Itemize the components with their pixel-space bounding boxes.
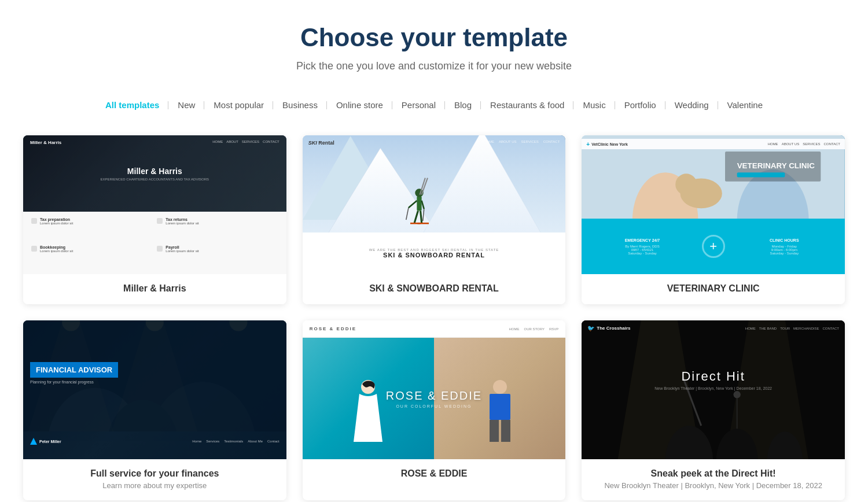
ski-info: SKI & SNOWBOARD RENTAL <box>303 274 566 304</box>
tab-all-templates[interactable]: All templates <box>96 95 168 115</box>
ski-nav: SKI Rental HOME ABOUT US SERVICES CONTAC… <box>303 140 566 146</box>
svg-rect-37 <box>490 420 499 442</box>
templates-grid: Miller & Harris HOME ABOUT SERVICES CONT… <box>23 135 845 500</box>
service-icon-1 <box>31 218 37 224</box>
template-card-direct-hit[interactable]: 🐦 The Crosshairs HOME THE BAND TOUR MERC… <box>582 320 845 500</box>
category-nav: All templates New Most popular Business … <box>23 95 845 115</box>
service-icon-4 <box>157 246 163 252</box>
template-card-rose-eddie[interactable]: ROSE & EDDIE HOME OUR STORY RSVP <box>303 320 566 500</box>
service-icon-3 <box>31 246 37 252</box>
page-title: Choose your template <box>23 23 845 52</box>
template-card-miller-harris[interactable]: Miller & Harris HOME ABOUT SERVICES CONT… <box>23 135 286 304</box>
direct-content: Direct Hit New Brooklyn Theater | Brookl… <box>595 369 832 390</box>
direct-subdesc: New Brooklyn Theater | Brooklyn, New Yor… <box>593 481 833 490</box>
header: Choose your template Pick the one you lo… <box>23 23 845 72</box>
tab-restaurants[interactable]: Restaurants & food <box>481 95 573 115</box>
financial-info: Full service for your finances Learn mor… <box>23 459 286 500</box>
ski-name: SKI & SNOWBOARD RENTAL <box>314 283 554 294</box>
miller-title: Miller & Harris <box>127 167 182 176</box>
template-card-vet-clinic[interactable]: + VetClinic New York HOME ABOUT US SERVI… <box>582 135 845 304</box>
direct-date: New Brooklyn Theater | Brooklyn, New Yor… <box>595 386 832 390</box>
financial-tagline: Planning for your financial progress <box>30 380 118 384</box>
direct-name: Sneak peek at the Direct Hit! <box>593 468 833 479</box>
rose-nav: ROSE & EDDIE HOME OUR STORY RSVP <box>303 320 566 338</box>
service-icon-2 <box>157 218 163 224</box>
tab-music[interactable]: Music <box>573 95 615 115</box>
svg-rect-24 <box>737 172 785 177</box>
page-subtitle: Pick the one you love and customize it f… <box>23 60 845 72</box>
page-wrapper: Choose your template Pick the one you lo… <box>0 0 868 502</box>
rose-title: ROSE & EDDIE OUR COLORFUL WEDDING <box>303 389 566 408</box>
tab-portfolio[interactable]: Portfolio <box>615 95 665 115</box>
tab-business[interactable]: Business <box>273 95 327 115</box>
direct-title: Direct Hit <box>595 369 832 384</box>
vet-name: VETERINARY CLINIC <box>593 283 833 294</box>
financial-desc: Learn more about my expertise <box>35 481 275 490</box>
financial-content: FINANCIAL ADVISOR Planning for your fina… <box>30 362 118 384</box>
rose-info: ROSE & EDDIE <box>303 459 566 489</box>
svg-point-47 <box>734 391 741 398</box>
miller-nav: Miller & Harris HOME ABOUT SERVICES CONT… <box>23 140 286 145</box>
template-card-ski-rental[interactable]: SKI Rental HOME ABOUT US SERVICES CONTAC… <box>303 135 566 304</box>
ski-title: SKI & SNOWBOARD RENTAL <box>383 252 485 259</box>
direct-info: Sneak peek at the Direct Hit! New Brookl… <box>582 459 845 500</box>
miller-services: Tax preparation Lorem ipsum dolor sit Ta… <box>23 212 286 274</box>
financial-logo-icon <box>30 438 37 445</box>
financial-bottom-nav: Peter Miller Home Services Testimonials … <box>30 438 279 445</box>
tab-blog[interactable]: Blog <box>445 95 481 115</box>
svg-text:VETERINARY CLINIC: VETERINARY CLINIC <box>737 161 815 170</box>
financial-name: Full service for your finances <box>35 468 275 479</box>
svg-rect-38 <box>501 420 510 442</box>
tab-personal[interactable]: Personal <box>392 95 445 115</box>
tab-new[interactable]: New <box>168 95 204 115</box>
miller-subtitle: EXPERIENCED CHARTERED ACCOUNTANTS AND TA… <box>101 178 209 181</box>
vet-plus-icon: + <box>702 235 725 258</box>
ski-mountains-svg <box>303 135 566 232</box>
ski-bottom: WE ARE THE BEST AND BIGGEST SKI RENTAL I… <box>303 232 566 274</box>
miller-info: Miller & Harris <box>23 274 286 304</box>
svg-point-21 <box>676 174 697 195</box>
direct-nav: 🐦 The Crosshairs HOME THE BAND TOUR MERC… <box>582 325 845 331</box>
vet-bottom: EMERGENCY 24/7 By Merri Rogers, DDS 0987… <box>582 219 845 274</box>
miller-name: Miller & Harris <box>35 283 275 294</box>
financial-badge: FINANCIAL ADVISOR <box>30 362 118 378</box>
tab-valentine[interactable]: Valentine <box>718 95 772 115</box>
vet-info: VETERINARY CLINIC <box>582 274 845 304</box>
template-card-financial-advisor[interactable]: FINANCIAL ADVISOR Planning for your fina… <box>23 320 286 500</box>
tab-wedding[interactable]: Wedding <box>665 95 718 115</box>
rose-name: ROSE & EDDIE <box>314 468 554 479</box>
vet-nav: + VetClinic New York HOME ABOUT US SERVI… <box>582 139 845 149</box>
tab-online-store[interactable]: Online store <box>327 95 392 115</box>
rose-hero: ROSE & EDDIE OUR COLORFUL WEDDING <box>303 338 566 459</box>
tab-most-popular[interactable]: Most popular <box>204 95 273 115</box>
svg-rect-5 <box>417 196 421 211</box>
svg-line-12 <box>420 211 421 223</box>
